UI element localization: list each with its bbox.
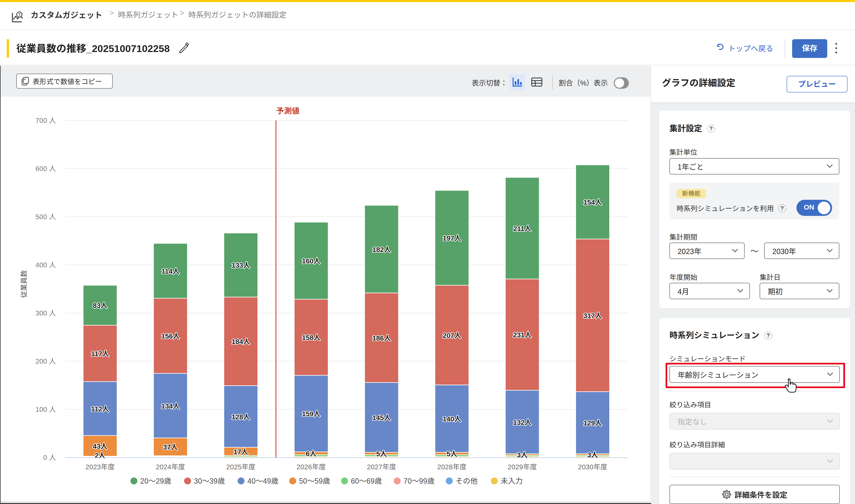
svg-text:40〜49歳: 40〜49歳: [247, 477, 279, 485]
svg-text:112人: 112人: [91, 405, 109, 413]
svg-text:0 人: 0 人: [43, 454, 56, 461]
svg-text:600 人: 600 人: [36, 165, 56, 173]
svg-text:2029年度: 2029年度: [507, 463, 537, 471]
svg-text:17人: 17人: [233, 448, 248, 456]
svg-text:70〜99歳: 70〜99歳: [404, 477, 434, 485]
svg-text:317人: 317人: [583, 312, 602, 320]
svg-text:145人: 145人: [372, 414, 391, 421]
svg-text:60〜69歳: 60〜69歳: [351, 477, 382, 485]
svg-text:2026年度: 2026年度: [297, 463, 326, 471]
svg-text:197人: 197人: [443, 234, 461, 242]
svg-text:30〜39歳: 30〜39歳: [194, 477, 225, 485]
svg-text:2023年度: 2023年度: [86, 463, 115, 471]
svg-text:その他: その他: [456, 477, 478, 485]
svg-text:129人: 129人: [583, 419, 602, 427]
svg-text:従業員数: 従業員数: [20, 270, 28, 298]
svg-text:211人: 211人: [513, 224, 531, 232]
svg-text:?: ?: [767, 332, 770, 339]
svg-text:700 人: 700 人: [36, 116, 56, 124]
svg-text:2024年度: 2024年度: [156, 463, 185, 471]
svg-text:43人: 43人: [93, 443, 107, 450]
svg-text:207人: 207人: [443, 331, 461, 339]
svg-text:154人: 154人: [583, 198, 602, 206]
svg-text:132人: 132人: [513, 418, 532, 426]
svg-text:6人: 6人: [306, 450, 317, 457]
svg-text:2030年度: 2030年度: [578, 463, 607, 471]
svg-text:2028年度: 2028年度: [437, 463, 467, 471]
svg-text:20〜29歳: 20〜29歳: [140, 477, 171, 485]
svg-text:50〜59歳: 50〜59歳: [299, 477, 330, 485]
svg-text:186人: 186人: [372, 334, 391, 342]
svg-text:231人: 231人: [513, 331, 532, 339]
svg-text:200 人: 200 人: [36, 357, 56, 365]
svg-text:未入力: 未入力: [501, 477, 523, 485]
svg-text:予測値: 予測値: [276, 107, 299, 115]
svg-text:83人: 83人: [93, 302, 107, 309]
svg-text:159人: 159人: [302, 410, 320, 418]
svg-text:140人: 140人: [443, 415, 461, 423]
svg-text:2027年度: 2027年度: [367, 463, 396, 471]
svg-text:182人: 182人: [372, 246, 391, 253]
svg-text:128人: 128人: [232, 413, 250, 421]
svg-text:2人: 2人: [95, 452, 106, 459]
svg-text:100 人: 100 人: [36, 406, 56, 413]
svg-text:117人: 117人: [91, 350, 109, 358]
svg-text:5人: 5人: [376, 450, 387, 458]
svg-text:184人: 184人: [232, 338, 250, 345]
svg-text:5人: 5人: [447, 450, 458, 458]
svg-text:133人: 133人: [232, 262, 250, 269]
svg-text:400 人: 400 人: [36, 261, 56, 269]
svg-text:160人: 160人: [302, 257, 320, 265]
svg-text:158人: 158人: [302, 334, 320, 341]
svg-text:134人: 134人: [161, 402, 180, 410]
svg-text:37人: 37人: [163, 443, 178, 451]
svg-text:156人: 156人: [161, 332, 180, 340]
svg-text:300 人: 300 人: [36, 309, 56, 317]
svg-text:114人: 114人: [161, 267, 180, 275]
svg-text:500 人: 500 人: [36, 213, 56, 220]
svg-text:2025年度: 2025年度: [226, 463, 255, 471]
svg-text:?: ?: [781, 205, 784, 211]
svg-text:?: ?: [710, 125, 713, 132]
